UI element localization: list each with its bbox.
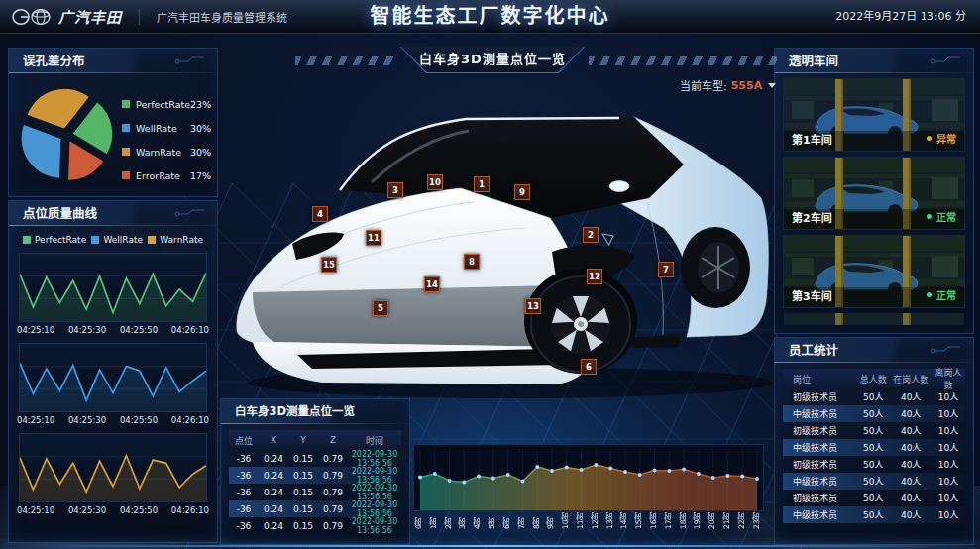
measure-point-marker[interactable]: 8 xyxy=(464,254,480,270)
status-text: 正常 xyxy=(936,287,956,302)
measure-point-marker[interactable]: 5 xyxy=(373,300,388,316)
measure-point-marker[interactable]: 6 xyxy=(581,359,597,375)
measure-point-marker[interactable]: 2 xyxy=(583,227,599,243)
measure-table-header: 点位XYZ时间 xyxy=(229,430,401,450)
hour-tick: 7时 xyxy=(516,512,527,529)
cell: 0.24 xyxy=(259,488,288,497)
brand-block: 广汽丰田 广汽丰田车身质量管理系统 xyxy=(12,0,287,33)
circuit-decoration-icon xyxy=(929,345,963,356)
legend-item[interactable]: WellRate xyxy=(91,235,143,245)
workshop-status: 正常 xyxy=(927,287,956,302)
table-row: 中级技术员50人40人10人 xyxy=(783,473,965,490)
header-bar: 广汽丰田 广汽丰田车身质量管理系统 智能生态工厂数字化中心 2022年9月27日… xyxy=(0,0,980,34)
staff-table-header: 岗位总人数在岗人数离岗人数 xyxy=(783,369,965,388)
cell: 40人 xyxy=(890,492,931,504)
cell: 中级技术员 xyxy=(783,475,856,488)
legend-item[interactable]: WarnRate30% xyxy=(122,140,211,164)
dashboard: 广汽丰田 广汽丰田车身质量管理系统 智能生态工厂数字化中心 2022年9月27日… xyxy=(0,0,980,549)
table-row: 初级技术员50人40人10人 xyxy=(783,422,965,439)
column-header: Z xyxy=(318,435,348,445)
workshop-name: 第2车间 xyxy=(792,209,832,225)
cell: 0.79 xyxy=(318,504,348,514)
hour-tick: 10时 xyxy=(560,512,571,529)
table-row: 初级技术员50人40人10人 xyxy=(783,456,965,473)
table-row: 初级技术员50人40人10人 xyxy=(783,490,965,506)
time-tick: 04:25:30 xyxy=(68,505,106,515)
table-row: -360.240.150.792022-09-30 13:56:56 xyxy=(229,500,401,517)
cell: 50人 xyxy=(856,390,890,403)
measure-point-marker[interactable]: 13 xyxy=(525,298,541,314)
time-axis: 04:25:1004:25:3004:25:5004:26:10 xyxy=(17,415,209,425)
measure-point-marker[interactable]: 10 xyxy=(427,174,443,190)
legend-label: WarnRate xyxy=(136,147,190,158)
measure-point-marker[interactable]: 14 xyxy=(424,276,440,292)
legend-item[interactable]: PerfectRate23% xyxy=(122,92,211,116)
gac-toyota-logo-icon xyxy=(12,8,52,26)
cell: 50人 xyxy=(856,424,890,437)
cell: -36 xyxy=(229,454,259,464)
measure-point-marker[interactable]: 15 xyxy=(321,257,337,273)
time-tick: 04:25:10 xyxy=(17,325,54,335)
legend-label: PerfectRate xyxy=(136,99,190,110)
hour-tick: 8时 xyxy=(531,512,542,529)
cell: 0.15 xyxy=(288,454,318,464)
cell: 10人 xyxy=(931,508,965,521)
cell: 10人 xyxy=(931,390,965,403)
cell: 40人 xyxy=(890,458,931,471)
legend-swatch xyxy=(122,100,130,108)
hourly-trend-chart: 0时1时2时3时4时5时6时7时8时9时10时11时12时13时14时15时16… xyxy=(411,426,773,545)
brand-text: 广汽丰田 xyxy=(58,6,122,27)
column-header: 岗位 xyxy=(783,373,856,385)
table-row: -360.240.150.792022-09-30 13:56:56 xyxy=(229,517,401,534)
cell: 50人 xyxy=(856,475,890,488)
circuit-decoration-icon xyxy=(929,55,963,66)
cell: 中级技术员 xyxy=(783,407,856,420)
cell: -36 xyxy=(229,521,259,531)
cell: 2022-09-30 13:56:56 xyxy=(348,484,401,501)
hour-tick: 19时 xyxy=(692,512,703,529)
legend-item[interactable]: WellRate30% xyxy=(122,116,211,140)
workshop-status: 正常 xyxy=(927,209,956,224)
measure-point-marker[interactable]: 11 xyxy=(366,230,381,246)
workshop-name: 第1车间 xyxy=(792,131,832,147)
legend-item[interactable]: PerfectRate xyxy=(23,235,86,245)
wellrate-line-chart xyxy=(19,343,207,412)
cell: 0.79 xyxy=(318,488,348,497)
workshop-item[interactable]: 第1车间异常 xyxy=(783,78,965,152)
workshop-item[interactable]: 第3车间正常 xyxy=(783,235,965,308)
measure-point-marker[interactable]: 7 xyxy=(658,262,674,277)
legend-value: 30% xyxy=(190,123,211,134)
cell: 初级技术员 xyxy=(783,424,856,437)
hour-tick: 1时 xyxy=(428,512,439,529)
table-row: -360.240.150.792022-09-30 13:56:56 xyxy=(229,450,401,467)
workshop-list: 第1车间异常 第2车间正常 第3车间正常 xyxy=(775,78,973,325)
header-datetime: 2022年9月27日 13:06 分 xyxy=(835,0,966,33)
hourly-trend-plot xyxy=(413,444,764,511)
legend-label: ErrorRate xyxy=(136,170,190,181)
measure-point-marker[interactable]: 1 xyxy=(474,176,490,192)
time-tick: 04:25:50 xyxy=(120,325,158,335)
hour-tick: 11时 xyxy=(575,512,586,529)
cell: 2022-09-30 13:56:56 xyxy=(348,517,401,535)
table-row: 中级技术员50人40人10人 xyxy=(783,439,965,456)
measure-point-marker[interactable]: 12 xyxy=(587,269,602,284)
legend-swatch xyxy=(23,236,31,244)
current-model-select[interactable]: 当前车型: 555A xyxy=(680,77,776,93)
measure-point-marker[interactable]: 9 xyxy=(514,184,530,200)
hour-tick: 21时 xyxy=(721,512,732,529)
status-text: 正常 xyxy=(936,209,956,224)
hour-tick: 9时 xyxy=(545,512,556,529)
cell: 2022-09-30 13:56:56 xyxy=(348,467,401,485)
legend-item[interactable]: WarnRate xyxy=(148,235,203,245)
measure-point-marker[interactable]: 3 xyxy=(387,182,403,198)
workshop-item[interactable]: 第2车间正常 xyxy=(783,157,965,230)
legend-item[interactable]: ErrorRate17% xyxy=(122,164,211,187)
measure-point-marker[interactable]: 4 xyxy=(312,206,328,222)
hour-tick: 18时 xyxy=(678,512,689,529)
cell: 40人 xyxy=(890,475,931,488)
time-axis: 04:25:1004:25:3004:25:5004:26:10 xyxy=(17,325,209,335)
status-dot xyxy=(927,136,932,141)
hour-tick: 4时 xyxy=(472,512,483,529)
cell: -36 xyxy=(229,488,259,497)
time-tick: 04:26:10 xyxy=(171,325,209,335)
